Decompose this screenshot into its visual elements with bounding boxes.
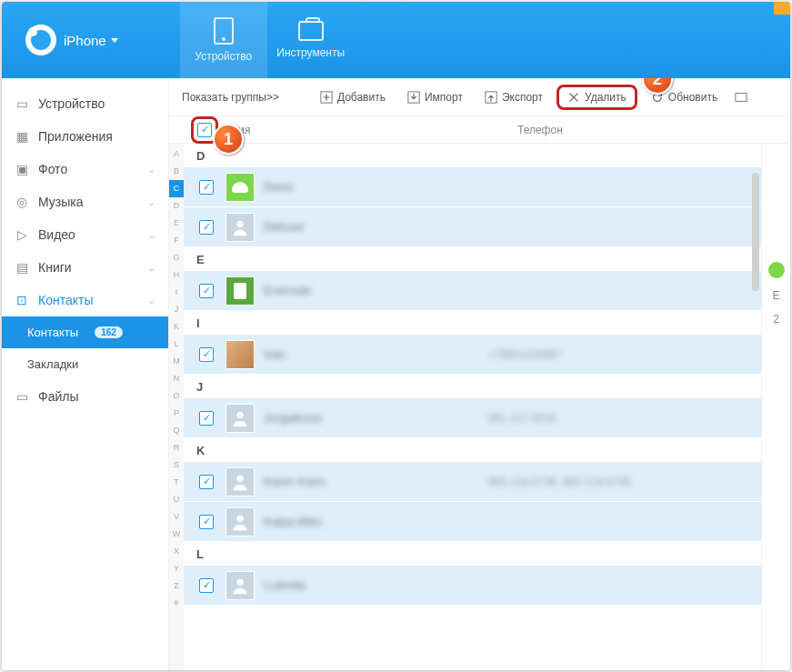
sidebar-item-video[interactable]: ▷ Видео ⌄ [2, 218, 168, 251]
button-label: Удалить [585, 91, 627, 104]
sidebar: ▭ Устройство ▦ Приложения ▣ Фото ⌄ ◎ Муз… [2, 78, 169, 670]
contact-row[interactable]: ✓Ludmila [184, 566, 761, 606]
alpha-index-letter[interactable]: E [169, 215, 184, 232]
svg-point-6 [236, 475, 243, 481]
device-selector[interactable]: iPhone [2, 2, 135, 78]
scrollbar-thumb[interactable] [752, 173, 759, 291]
alpha-index-letter[interactable]: Z [169, 577, 184, 595]
alpha-index-letter[interactable]: W [169, 526, 184, 543]
import-icon [407, 91, 420, 104]
sidebar-item-device[interactable]: ▭ Устройство [2, 87, 168, 120]
alpha-index[interactable]: ABCDEFGHIJKLMNOPQRSTUVWXYZ# [169, 144, 184, 670]
sidebar-item-label: Контакты [27, 326, 78, 339]
alpha-index-letter[interactable]: C [169, 180, 184, 197]
avatar [226, 467, 255, 496]
alpha-index-letter[interactable]: K [169, 318, 184, 336]
sidebar-item-music[interactable]: ◎ Музыка ⌄ [2, 186, 168, 218]
alpha-index-letter[interactable]: Y [169, 560, 184, 577]
button-label: Импорт [425, 91, 463, 104]
overflow-button[interactable] [731, 86, 751, 108]
column-header-phone[interactable]: Телефон [517, 124, 790, 136]
avatar [226, 173, 255, 202]
sidebar-item-contacts[interactable]: ⊡ Контакты ⌄ [2, 284, 168, 316]
sidebar-item-books[interactable]: ▤ Книги ⌄ [2, 251, 168, 284]
alpha-index-letter[interactable]: R [169, 439, 184, 456]
sidebar-item-files[interactable]: ▭ Файлы [2, 380, 168, 413]
plus-icon [320, 91, 333, 104]
alpha-index-letter[interactable]: S [169, 456, 184, 474]
sidebar-item-label: Устройство [38, 96, 105, 111]
row-checkbox[interactable]: ✓ [199, 515, 214, 529]
alpha-index-letter[interactable]: I [169, 284, 184, 301]
alpha-index-letter[interactable]: G [169, 249, 184, 266]
alpha-index-letter[interactable]: H [169, 266, 184, 284]
row-checkbox[interactable]: ✓ [199, 220, 214, 235]
window-corner-button[interactable] [774, 2, 790, 15]
section-header: J [184, 375, 761, 398]
sidebar-item-label: Файлы [38, 389, 78, 404]
contact-name: Evernote [264, 284, 488, 297]
delete-button[interactable]: Удалить [556, 85, 637, 110]
avatar [226, 213, 255, 242]
sidebar-item-label: Видео [38, 227, 75, 242]
sidebar-item-apps[interactable]: ▦ Приложения [2, 120, 168, 153]
svg-point-7 [236, 515, 243, 521]
chevron-down-icon: ⌄ [147, 164, 155, 176]
sidebar-item-label: Закладки [27, 357, 78, 371]
add-button[interactable]: Добавить [312, 86, 394, 108]
row-checkbox[interactable]: ✓ [199, 578, 214, 593]
section-header: L [184, 542, 761, 566]
svg-point-4 [236, 220, 243, 226]
row-checkbox[interactable]: ✓ [199, 284, 214, 298]
sidebar-item-label: Приложения [38, 129, 113, 144]
tab-tools[interactable]: Инструменты [267, 2, 355, 78]
show-groups-link[interactable]: Показать группы>> [176, 91, 285, 104]
alpha-index-letter[interactable]: M [169, 353, 184, 370]
contact-row[interactable]: ✓Evernote [184, 271, 761, 311]
folder-icon: ▭ [15, 389, 29, 404]
row-checkbox[interactable]: ✓ [199, 347, 214, 362]
alpha-index-letter[interactable]: F [169, 232, 184, 249]
sidebar-item-label: Контакты [38, 293, 93, 307]
contact-row[interactable]: ✓Katya Miko [184, 502, 761, 542]
section-header: K [184, 438, 761, 462]
alpha-index-letter[interactable]: B [169, 163, 184, 180]
app-logo-icon [25, 25, 56, 55]
import-button[interactable]: Импорт [399, 86, 471, 108]
alpha-index-letter[interactable]: P [169, 405, 184, 422]
alpha-index-letter[interactable]: Q [169, 422, 184, 439]
sidebar-sub-contacts[interactable]: Контакты 162 [2, 316, 168, 348]
alpha-index-letter[interactable]: V [169, 508, 184, 526]
alpha-index-letter[interactable]: O [169, 387, 184, 405]
tab-device[interactable]: Устройство [180, 2, 267, 78]
alpha-index-letter[interactable]: # [169, 595, 184, 612]
contact-name: Katya Miko [264, 515, 488, 528]
sidebar-item-photo[interactable]: ▣ Фото ⌄ [2, 153, 168, 186]
alpha-index-letter[interactable]: L [169, 336, 184, 353]
alpha-index-letter[interactable]: T [169, 474, 184, 491]
alpha-index-letter[interactable]: J [169, 301, 184, 318]
image-icon: ▣ [15, 162, 29, 176]
contact-name: Jurgalkova [264, 411, 488, 425]
row-checkbox[interactable]: ✓ [199, 411, 214, 426]
sidebar-item-label: Музыка [38, 195, 84, 209]
contact-row[interactable]: ✓Defuser [184, 207, 761, 247]
alpha-index-letter[interactable]: U [169, 491, 184, 508]
row-checkbox[interactable]: ✓ [199, 180, 214, 195]
export-icon [485, 91, 497, 104]
alpha-index-letter[interactable]: X [169, 543, 184, 560]
alpha-index-letter[interactable]: D [169, 197, 184, 215]
contact-row[interactable]: ✓Ivan+79001234567 [184, 335, 761, 375]
column-header-name[interactable]: Имя [226, 124, 517, 136]
contact-row[interactable]: ✓Jurgalkova991-227-0034 [184, 398, 761, 438]
detail-letter: 2 [773, 313, 779, 326]
alpha-index-letter[interactable]: A [169, 145, 184, 163]
contacts-list: D✓Denis✓DefuserE✓EvernoteI✓Ivan+79001234… [184, 144, 761, 670]
section-header: E [184, 247, 761, 271]
alpha-index-letter[interactable]: N [169, 370, 184, 387]
contact-row[interactable]: ✓Karim Karin993-118-0738, 993-118-0739 [184, 462, 761, 502]
export-button[interactable]: Экспорт [476, 86, 551, 108]
row-checkbox[interactable]: ✓ [199, 475, 214, 489]
contact-row[interactable]: ✓Denis [184, 167, 761, 207]
sidebar-sub-bookmarks[interactable]: Закладки [2, 348, 168, 380]
